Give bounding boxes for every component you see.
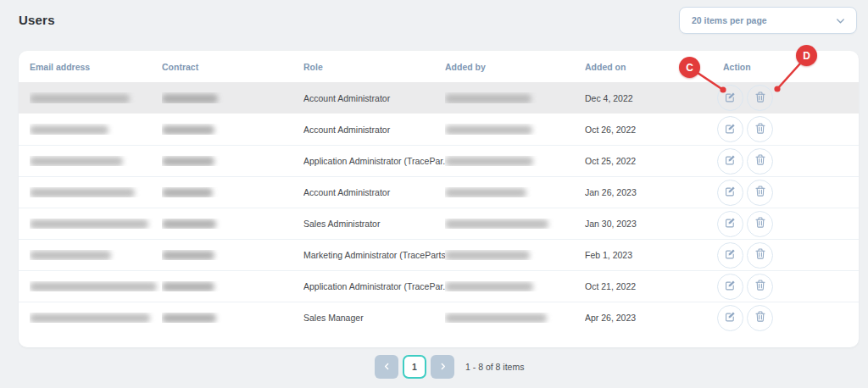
edit-button[interactable]	[717, 85, 743, 111]
edit-button[interactable]	[717, 305, 743, 331]
delete-button[interactable]	[747, 85, 773, 111]
trash-icon	[755, 123, 765, 136]
delete-button[interactable]	[747, 148, 773, 175]
page-1-button[interactable]: 1	[403, 355, 426, 379]
edit-icon	[725, 91, 736, 105]
table-row: Sales Manager Apr 26, 2023	[19, 302, 859, 333]
table-row: Account Administrator Dec 4, 2022	[19, 82, 859, 114]
trash-icon	[755, 217, 765, 230]
delete-button[interactable]	[747, 180, 773, 206]
added-on-cell: Oct 26, 2022	[585, 125, 697, 135]
column-header-added-by: Added by	[445, 62, 585, 72]
added-on-cell: Apr 26, 2023	[585, 313, 697, 323]
role-cell: Marketing Administrator (TraceParts)	[303, 250, 445, 260]
edit-button[interactable]	[717, 116, 743, 142]
added-by-redacted	[445, 157, 533, 166]
edit-icon	[725, 248, 736, 262]
contract-redacted	[162, 313, 216, 323]
added-on-cell: Oct 21, 2022	[585, 281, 697, 291]
edit-icon	[725, 280, 736, 293]
trash-icon	[755, 311, 765, 324]
pagination: 1 1 - 8 of 8 items	[375, 355, 524, 379]
page-title: Users	[19, 13, 55, 27]
column-header-contract: Contract	[162, 62, 303, 72]
role-cell: Account Administrator	[303, 187, 445, 197]
email-redacted	[30, 157, 123, 166]
table-row: Application Administrator (TracePar... O…	[19, 270, 859, 302]
table-header-row: Email address Contract Role Added by Add…	[19, 51, 859, 82]
delete-button[interactable]	[747, 274, 773, 300]
edit-button[interactable]	[717, 274, 743, 300]
column-header-action: Action	[697, 62, 859, 72]
added-on-cell: Oct 25, 2022	[585, 156, 697, 166]
trash-icon	[755, 91, 765, 105]
edit-icon	[725, 186, 736, 199]
contract-redacted	[162, 94, 218, 103]
role-cell: Sales Manager	[303, 313, 445, 323]
items-per-page-value: 20 items per page	[692, 15, 835, 25]
prev-page-button[interactable]	[375, 355, 398, 379]
chevron-down-icon	[835, 15, 846, 26]
table-row: Account Administrator Oct 26, 2022	[19, 114, 859, 145]
role-cell: Application Administrator (TracePar...	[303, 281, 445, 291]
edit-icon	[725, 123, 736, 136]
delete-button[interactable]	[747, 242, 773, 269]
email-redacted	[30, 125, 108, 135]
edit-icon	[725, 154, 736, 168]
table-row: Account Administrator Jan 26, 2023	[19, 176, 859, 208]
contract-redacted	[162, 251, 214, 260]
table-row: Application Administrator (TracePar... O…	[19, 145, 859, 176]
email-redacted	[30, 219, 148, 229]
contract-redacted	[162, 282, 214, 291]
contract-redacted	[162, 188, 213, 197]
role-cell: Account Administrator	[303, 93, 445, 103]
annotation-badge-c: C	[679, 57, 700, 78]
trash-icon	[755, 248, 765, 262]
delete-button[interactable]	[747, 211, 773, 237]
trash-icon	[755, 186, 765, 199]
table-row: Sales Administrator Jan 30, 2023	[19, 208, 859, 239]
added-by-redacted	[445, 188, 526, 197]
email-redacted	[30, 188, 135, 197]
annotation-badge-d: D	[796, 45, 817, 66]
email-redacted	[30, 313, 150, 323]
next-page-button[interactable]	[431, 355, 454, 379]
items-per-page-select[interactable]: 20 items per page	[679, 7, 857, 34]
edit-button[interactable]	[717, 180, 743, 206]
added-on-cell: Feb 1, 2023	[585, 250, 697, 260]
pagination-summary: 1 - 8 of 8 items	[465, 362, 524, 372]
email-redacted	[30, 282, 157, 291]
delete-button[interactable]	[747, 116, 773, 142]
edit-button[interactable]	[717, 242, 743, 269]
added-by-redacted	[445, 125, 532, 135]
edit-icon	[725, 217, 736, 230]
added-by-redacted	[445, 313, 547, 323]
contract-redacted	[162, 125, 214, 135]
table-row: Marketing Administrator (TraceParts) Feb…	[19, 239, 859, 270]
edit-icon	[725, 311, 736, 324]
contract-redacted	[162, 219, 216, 229]
added-on-cell: Dec 4, 2022	[585, 93, 697, 103]
role-cell: Sales Administrator	[303, 219, 445, 229]
chevron-right-icon	[438, 361, 448, 374]
added-by-redacted	[445, 251, 530, 260]
trash-icon	[755, 154, 765, 168]
added-by-redacted	[445, 282, 533, 291]
added-on-cell: Jan 30, 2023	[585, 219, 697, 229]
added-by-redacted	[445, 219, 548, 229]
added-by-redacted	[445, 94, 531, 103]
contract-redacted	[162, 157, 214, 166]
edit-button[interactable]	[717, 148, 743, 175]
column-header-role: Role	[303, 62, 445, 72]
role-cell: Account Administrator	[303, 125, 445, 135]
role-cell: Application Administrator (TracePar...	[303, 156, 445, 166]
email-redacted	[30, 94, 130, 103]
email-redacted	[30, 251, 111, 260]
edit-button[interactable]	[717, 211, 743, 237]
chevron-left-icon	[382, 361, 392, 374]
column-header-email: Email address	[30, 62, 162, 72]
delete-button[interactable]	[747, 305, 773, 331]
added-on-cell: Jan 26, 2023	[585, 187, 697, 197]
users-table-card: Email address Contract Role Added by Add…	[19, 51, 859, 347]
trash-icon	[755, 280, 765, 293]
